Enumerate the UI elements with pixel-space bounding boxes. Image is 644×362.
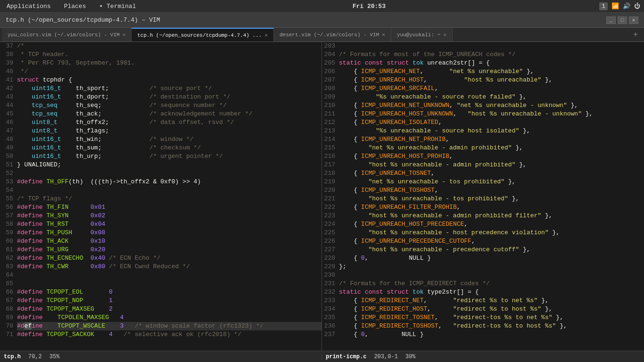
tab-close-icon[interactable]: ✕	[443, 32, 446, 38]
minimize-button[interactable]: _	[606, 16, 616, 24]
code-line: 207 { ICMP_UNREACH_HOST, "host %s unreac…	[322, 76, 644, 84]
places-menu[interactable]: Places	[61, 2, 89, 11]
code-line: 204/* Formats for most of the ICMP_UNREA…	[322, 50, 644, 59]
code-line: 231/* Formats for the ICMP_REDIRECT code…	[322, 280, 644, 288]
code-line: 44 tcp_seq th_seq; /* sequence number */	[0, 101, 322, 110]
code-line: 46 uint8_t th_offx2; /* data offset, rsv…	[0, 118, 322, 127]
code-line: 224 { ICMP_UNREACH_HOST_PRECEDENCE,	[322, 220, 644, 229]
status-bar-right: print-icmp.c 203,0-1 30%	[322, 354, 644, 360]
code-line: 48 uint16_t th_win; /* window */	[0, 135, 322, 144]
tab-label: tcp.h (~/open_sources/tcpdump-4.7.4) ...	[137, 33, 262, 38]
code-line: 228 { 0, NULL }	[322, 254, 644, 263]
code-line: 49 uint16_t th_sum; /* checksum */	[0, 144, 322, 152]
code-line: 232static const struct tok type2str[] = …	[322, 288, 644, 296]
code-line: 69#define TCPOLEN_MAXSEG 4	[0, 313, 322, 322]
code-line: 205static const struct tok unreach2str[]…	[322, 59, 644, 67]
code-line: 214 { ICMP_UNREACH_NET_PROHIB,	[322, 135, 644, 144]
code-line: 222 { ICMP_UNREACH_FILTER_PROHIB,	[322, 203, 644, 212]
tab-label: desert.vim (~/.vim/colors) - VIM	[280, 32, 379, 38]
code-line: 65	[0, 280, 322, 288]
code-line: 60#define TH_ACK 0x10	[0, 237, 322, 246]
tab-close-icon[interactable]: ✕	[123, 32, 126, 38]
code-line: 38 * TCP header.	[0, 50, 322, 59]
maximize-button[interactable]: □	[618, 16, 627, 24]
code-line: 66#define TCPOPT_EOL 0	[0, 288, 322, 296]
code-line: 40 */	[0, 67, 322, 76]
right-position: 203,0-1	[374, 354, 397, 360]
terminal-menu[interactable]: ▪ Terminal	[96, 2, 139, 11]
code-line: 213 "%s unreachable - source host isolat…	[322, 127, 644, 135]
editor-area: 37/* 38 * TCP header. 39 * Per RFC 793, …	[0, 42, 644, 351]
code-line: 54	[0, 186, 322, 195]
left-percent: 35%	[50, 354, 60, 360]
tab-bar: yuu_colors.vim (~/.vim/colors) - VIM ✕ t…	[0, 28, 644, 42]
new-tab-button[interactable]: +	[629, 28, 642, 41]
tab-desert[interactable]: desert.vim (~/.vim/colors) - VIM ✕	[274, 28, 391, 41]
code-line: 208 { ICMP_UNREACH_SRCFAIL,	[322, 84, 644, 93]
code-line: 41struct tcphdr {	[0, 76, 322, 84]
tab-tcp-h[interactable]: tcp.h (~/open_sources/tcpdump-4.7.4) ...…	[132, 28, 274, 41]
code-line: 226 { ICMP_UNREACH_PRECEDENCE_CUTOFF,	[322, 237, 644, 246]
code-line: 216 { ICMP_UNREACH_HOST_PROHIB,	[322, 152, 644, 161]
code-line: 234 { ICMP_REDIRECT_HOST, "redirect %s t…	[322, 305, 644, 313]
code-line: 209 "%s unreachable - source route faile…	[322, 93, 644, 101]
status-bar-left: tcp.h 70,2 35%	[0, 354, 322, 360]
code-line: 64	[0, 271, 322, 280]
code-line: 53#define TH_OFF(th) (((th)->th_offx2 & …	[0, 178, 322, 186]
tab-close-icon[interactable]: ✕	[264, 32, 268, 38]
tab-label: yuu_colors.vim (~/.vim/colors) - VIM	[8, 32, 120, 38]
code-line: 210 { ICMP_UNREACH_NET_UNKNOWN, "net %s …	[322, 101, 644, 110]
code-line: 236 { ICMP_REDIRECT_TOSHOST, "redirect-t…	[322, 322, 644, 330]
code-line: 56#define TH_FIN 0x01	[0, 203, 322, 212]
left-position: 70,2	[28, 354, 42, 360]
code-line: 58#define TH_RST 0x04	[0, 220, 322, 229]
code-line: 70#define TCPOPT_WSCALE 3 /* window scal…	[0, 322, 322, 330]
code-line: 229};	[322, 263, 644, 271]
code-line: 237 { 0, NULL }	[322, 330, 644, 339]
volume-icon: 🔊	[623, 2, 630, 10]
code-line: 62#define TH_ECNECHO 0x40 /* ECN Echo */	[0, 254, 322, 263]
system-bar: Applications Places ▪ Terminal Fri 20:53…	[0, 0, 644, 13]
right-pane: 203 204/* Formats for most of the ICMP_U…	[322, 42, 644, 351]
code-line: 223 "host %s unreachable - admin prohibi…	[322, 212, 644, 220]
code-line: 230	[322, 271, 644, 280]
code-line: 52	[0, 169, 322, 178]
code-line: 221 "host %s unreachable - tos prohibite…	[322, 195, 644, 203]
code-line: 68#define TCPOPT_MAXSEG 2	[0, 305, 322, 313]
right-filename: print-icmp.c	[326, 354, 366, 360]
window-controls: _ □ ✕	[606, 16, 638, 24]
code-line: 37/*	[0, 42, 322, 50]
applications-menu[interactable]: Applications	[4, 2, 54, 11]
code-line: 45 tcp_seq th_ack; /* acknowledgement nu…	[0, 110, 322, 118]
system-tray: 1 📶 🔊 ⏻	[599, 2, 640, 10]
code-line: 71#define TCPOPT_SACKOK 4 /* selective a…	[0, 330, 322, 339]
code-line: 235 { ICMP_REDIRECT_TOSNET, "redirect-to…	[322, 313, 644, 322]
code-line: 227 "host %s unreachable - precedence cu…	[322, 246, 644, 254]
code-line: 63#define TH_CWR 0x80 /* ECN Cwnd Reduce…	[0, 263, 322, 271]
close-button[interactable]: ✕	[629, 16, 638, 24]
terminal-icon: ▪	[99, 3, 103, 10]
right-percent: 30%	[405, 354, 416, 360]
code-line: 57#define TH_SYN 0x02	[0, 212, 322, 220]
code-line: 225 "host %s unreachable - host preceden…	[322, 229, 644, 237]
code-line: 42 uint16_t th_sport; /* source port */	[0, 84, 322, 93]
tab-terminal[interactable]: yuu@yuukali: ~ ✕	[391, 28, 453, 41]
code-line: 51} UNALIGNED;	[0, 161, 322, 169]
tab-label: yuu@yuukali: ~	[397, 32, 440, 38]
workspace-indicator[interactable]: 1	[599, 2, 608, 10]
code-line: 215 "net %s unreachable - admin prohibit…	[322, 144, 644, 152]
code-line: 219 "net %s unreachable - tos prohibited…	[322, 178, 644, 186]
code-line: 206 { ICMP_UNREACH_NET, "net %s unreacha…	[322, 67, 644, 76]
tab-close-icon[interactable]: ✕	[382, 32, 385, 38]
code-line: 203	[322, 42, 644, 50]
tab-yuu-colors[interactable]: yuu_colors.vim (~/.vim/colors) - VIM ✕	[2, 28, 132, 41]
code-line: 217 "host %s unreachable - admin prohibi…	[322, 161, 644, 169]
system-time: Fri 20:53	[353, 3, 386, 10]
code-line: 220 { ICMP_UNREACH_TOSHOST,	[322, 186, 644, 195]
code-line: 211 { ICMP_UNREACH_HOST_UNKNOWN, "host %…	[322, 110, 644, 118]
code-line: 39 * Per RFC 793, September, 1981.	[0, 59, 322, 67]
code-line: 61#define TH_URG 0x20	[0, 246, 322, 254]
code-line: 67#define TCPOPT_NOP 1	[0, 296, 322, 305]
status-bar: tcp.h 70,2 35% print-icmp.c 203,0-1 30%	[0, 351, 644, 362]
title-bar: tcp.h (~/open_sources/tcpdump-4.7.4) – V…	[0, 13, 644, 28]
